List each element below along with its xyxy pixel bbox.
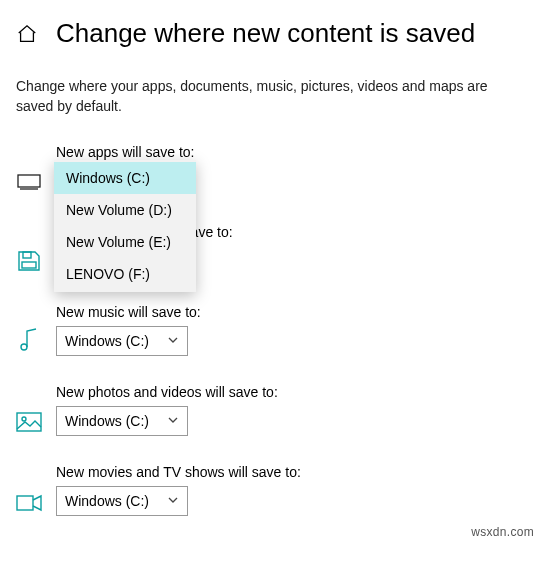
- dropdown-option-f[interactable]: LENOVO (F:): [54, 258, 196, 290]
- chevron-down-icon: [167, 333, 179, 349]
- watermark: wsxdn.com: [471, 525, 534, 539]
- video-icon: [16, 494, 42, 516]
- svg-point-8: [22, 417, 26, 421]
- home-icon[interactable]: [16, 23, 38, 45]
- apps-label: New apps will save to:: [56, 144, 195, 160]
- svg-rect-9: [17, 496, 33, 510]
- save-icon: [16, 250, 42, 276]
- music-icon: [16, 328, 42, 356]
- svg-rect-4: [23, 252, 31, 258]
- chevron-down-icon: [167, 493, 179, 509]
- section-movies: New movies and TV shows will save to: Wi…: [16, 464, 526, 516]
- music-combo[interactable]: Windows (C:): [56, 326, 188, 356]
- svg-rect-5: [22, 262, 36, 268]
- apps-dropdown: Windows (C:) New Volume (D:) New Volume …: [54, 160, 196, 292]
- music-combo-value: Windows (C:): [65, 333, 149, 349]
- movies-label: New movies and TV shows will save to:: [56, 464, 301, 480]
- section-music: New music will save to: Windows (C:): [16, 304, 526, 356]
- dropdown-option-d[interactable]: New Volume (D:): [54, 194, 196, 226]
- svg-rect-0: [18, 175, 40, 187]
- photos-label: New photos and videos will save to:: [56, 384, 278, 400]
- section-photos: New photos and videos will save to: Wind…: [16, 384, 526, 436]
- music-label: New music will save to:: [56, 304, 201, 320]
- svg-rect-7: [17, 413, 41, 431]
- movies-combo[interactable]: Windows (C:): [56, 486, 188, 516]
- chevron-down-icon: [167, 413, 179, 429]
- image-icon: [16, 412, 42, 436]
- dropdown-option-e[interactable]: New Volume (E:): [54, 226, 196, 258]
- photos-combo-value: Windows (C:): [65, 413, 149, 429]
- page-header: Change where new content is saved: [16, 18, 526, 49]
- movies-combo-value: Windows (C:): [65, 493, 149, 509]
- page-description: Change where your apps, documents, music…: [16, 77, 526, 116]
- apps-icon: [16, 172, 42, 196]
- photos-combo[interactable]: Windows (C:): [56, 406, 188, 436]
- dropdown-option-c[interactable]: Windows (C:): [54, 162, 196, 194]
- page-title: Change where new content is saved: [56, 18, 475, 49]
- svg-point-6: [21, 344, 27, 350]
